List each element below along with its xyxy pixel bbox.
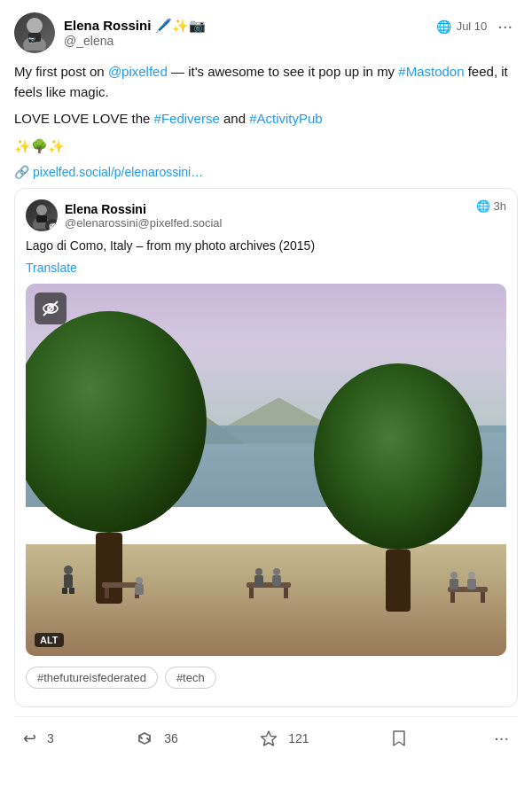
svg-rect-34 (450, 579, 458, 589)
action-more-button[interactable]: ··· (489, 724, 514, 752)
svg-rect-20 (69, 588, 74, 594)
image-eye-slash-icon[interactable] (35, 293, 66, 324)
post-meta: 🌐 Jul 10 ··· (436, 12, 518, 40)
hashtag-mastodon[interactable]: #Mastodon (398, 64, 464, 79)
mention-pixelfed[interactable]: @pixelfed (108, 64, 168, 79)
svg-point-26 (255, 568, 262, 575)
svg-point-21 (136, 577, 143, 584)
svg-rect-27 (254, 575, 263, 586)
post-date: Jul 10 (457, 20, 488, 33)
photo-scene: ALT (26, 284, 506, 656)
reblog-body: Lago di Como, Italy – from my photo arch… (26, 237, 506, 255)
svg-rect-6 (36, 215, 47, 222)
boost-icon (136, 729, 153, 747)
svg-point-35 (468, 572, 475, 579)
reply-icon: ↩ (23, 729, 36, 748)
reply-action: ↩ 3 (18, 725, 54, 752)
reblog-author-name: Elena Rossini (65, 202, 222, 216)
svg-point-4 (36, 205, 47, 215)
post-text-line1: My first post on @pixelfed — it's awesom… (14, 62, 518, 102)
author-details: Elena Rossini 🖊️✨📷 @_elena (64, 18, 206, 48)
photo-container: ALT (26, 284, 506, 656)
author-info: 📷 Elena Rossini 🖊️✨📷 @_elena (14, 12, 206, 53)
person-bench-left (131, 576, 147, 604)
author-handle: @_elena (64, 34, 206, 48)
reblog-globe-icon: 🌐 (476, 199, 490, 213)
star-count: 121 (288, 731, 309, 745)
reply-count: 3 (47, 731, 54, 745)
reply-button[interactable]: ↩ (18, 725, 42, 752)
globe-icon: 🌐 (436, 20, 451, 34)
post-card: 📷 Elena Rossini 🖊️✨📷 @_elena 🌐 Jul 10 ··… (0, 0, 532, 762)
reblog-avatar[interactable] (26, 199, 58, 231)
svg-point-17 (64, 566, 73, 574)
post-header: 📷 Elena Rossini 🖊️✨📷 @_elena 🌐 Jul 10 ··… (14, 12, 518, 53)
hashtag-activitypub[interactable]: #ActivityPub (249, 111, 323, 126)
boost-action: 36 (130, 726, 178, 751)
svg-marker-40 (262, 731, 277, 745)
tree-left (26, 311, 207, 604)
svg-rect-19 (62, 588, 67, 594)
persons-center (252, 567, 296, 597)
boost-button[interactable] (130, 726, 159, 751)
reblog-author: Elena Rossini @elenarossini@pixelfed.soc… (26, 199, 222, 231)
post-link[interactable]: 🔗 pixelfed.social/p/elenarossini… (14, 165, 518, 179)
bookmark-button[interactable] (386, 726, 412, 751)
translate-button[interactable]: Translate (26, 261, 77, 275)
tag-tech[interactable]: #tech (165, 667, 216, 689)
bookmark-icon (391, 729, 407, 747)
person-left (59, 566, 77, 597)
hashtag-fediverse[interactable]: #Fediverse (154, 111, 220, 126)
svg-point-28 (273, 568, 280, 575)
svg-point-33 (450, 572, 458, 579)
post-text-line2: LOVE LOVE LOVE the #Fediverse and #Activ… (14, 109, 518, 129)
svg-rect-36 (467, 579, 476, 589)
star-action: 121 (254, 726, 309, 751)
svg-rect-22 (135, 584, 144, 595)
reblog-time: 🌐 3h (476, 199, 506, 213)
persons-right (447, 571, 482, 600)
author-name[interactable]: Elena Rossini 🖊️✨📷 (64, 18, 206, 34)
link-icon: 🔗 (14, 165, 29, 179)
tag-thefutureisfederated[interactable]: #thefutureisfederated (26, 667, 158, 689)
post-body: My first post on @pixelfed — it's awesom… (14, 62, 518, 156)
privacy-badge (45, 219, 58, 231)
avatar[interactable]: 📷 (14, 12, 55, 53)
more-options-button[interactable]: ··· (492, 12, 518, 40)
bookmark-action (386, 726, 412, 751)
alt-text-badge[interactable]: ALT (35, 633, 64, 647)
reblog-author-details: Elena Rossini @elenarossini@pixelfed.soc… (65, 202, 222, 230)
star-button[interactable] (254, 726, 283, 751)
svg-rect-15 (105, 588, 109, 598)
action-bar: ↩ 3 36 121 (14, 716, 518, 762)
svg-rect-29 (272, 575, 281, 586)
post-emojis: ✨🌳✨ (14, 137, 518, 157)
svg-point-0 (27, 18, 43, 34)
reblog-header: Elena Rossini @elenarossini@pixelfed.soc… (26, 199, 506, 231)
reblog-author-handle: @elenarossini@pixelfed.social (65, 216, 222, 230)
reblog-container: Elena Rossini @elenarossini@pixelfed.soc… (14, 188, 518, 707)
tags-row: #thefutureisfederated #tech (26, 656, 506, 696)
avatar-image: 📷 (14, 12, 55, 53)
boost-count: 36 (164, 731, 178, 745)
svg-rect-18 (64, 574, 73, 588)
star-icon (260, 729, 278, 747)
svg-text:📷: 📷 (28, 35, 36, 43)
